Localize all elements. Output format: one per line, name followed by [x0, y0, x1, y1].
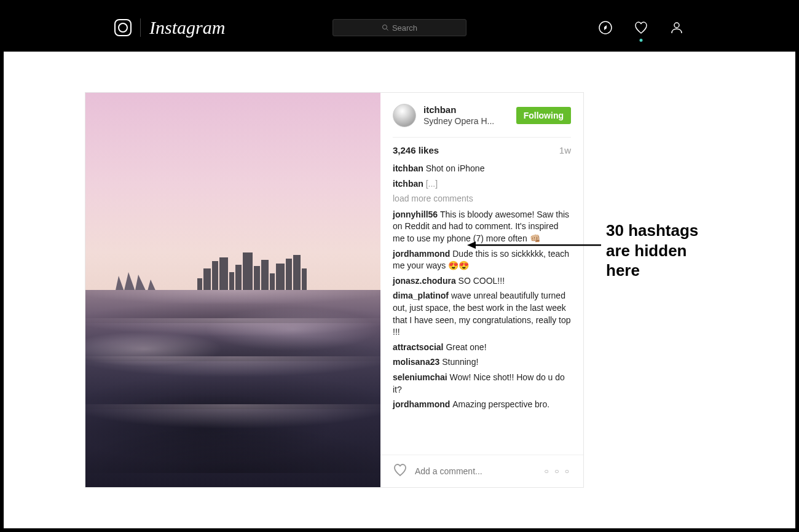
brand-wordmark: Instagram — [149, 17, 225, 38]
comment: jonasz.chodura SO COOL!!! — [393, 275, 571, 288]
location-label[interactable]: Sydney Opera H... — [423, 116, 516, 127]
post-header: itchban Sydney Opera H... Following — [380, 93, 583, 137]
nav-icons — [597, 20, 685, 36]
comment-text: Stunning! — [442, 357, 478, 367]
likes-count[interactable]: 3,246 likes — [393, 145, 439, 155]
avatar[interactable] — [393, 104, 416, 127]
hashtags-ellipsis[interactable]: [...] — [426, 179, 438, 189]
top-nav: Instagram Search — [4, 4, 795, 52]
comment-text: SO COOL!!! — [459, 276, 505, 286]
profile-icon[interactable] — [669, 20, 685, 36]
comment-username[interactable]: dima_platinof — [393, 291, 451, 300]
comment-input[interactable] — [415, 466, 537, 476]
annotation-text: 30 hashtags are hidden here — [606, 221, 698, 281]
svg-line-1 — [386, 29, 388, 31]
caption: itchban Shot on iPhone — [393, 163, 571, 175]
like-icon[interactable] — [393, 463, 407, 480]
comment-username[interactable]: molisana23 — [393, 357, 442, 367]
add-comment-row: ○ ○ ○ — [380, 455, 583, 487]
search-placeholder: Search — [392, 23, 417, 33]
post-sidebar: itchban Sydney Opera H... Following 3,24… — [380, 93, 583, 487]
activity-indicator-dot — [640, 39, 643, 42]
comment: jordhammond Dude this is so sickkkkk, te… — [393, 248, 571, 272]
comment: seleniumchai Wow! Nice shot!! How do u d… — [393, 372, 571, 396]
author-username[interactable]: itchban — [423, 104, 516, 116]
svg-point-0 — [382, 25, 387, 29]
content-area: itchban Sydney Opera H... Following 3,24… — [4, 52, 795, 528]
follow-button[interactable]: Following — [516, 107, 571, 124]
comments-list: itchban Shot on iPhone itchban [...] loa… — [380, 160, 583, 414]
comment: molisana23 Stunning! — [393, 356, 571, 369]
comment-username[interactable]: attractsocial — [393, 342, 446, 352]
logo-divider — [140, 18, 141, 37]
camera-icon — [114, 19, 132, 36]
comment-username[interactable]: jordhammond — [393, 399, 452, 409]
comment-text: Amazing perspective bro. — [452, 399, 549, 409]
hidden-hashtags-row: itchban [...] — [393, 178, 571, 190]
comment-username[interactable]: seleniumchai — [393, 372, 450, 382]
search-icon — [382, 24, 389, 31]
comment-username[interactable]: jonasz.chodura — [393, 276, 459, 286]
timestamp: 1w — [559, 145, 571, 155]
brand-logo[interactable]: Instagram — [114, 17, 225, 38]
comment-username[interactable]: jordhammond — [393, 249, 452, 259]
post-card: itchban Sydney Opera H... Following 3,24… — [85, 92, 584, 488]
comment: jonnyhill56 This is bloody awesome! Saw … — [393, 209, 571, 245]
search-input[interactable]: Search — [333, 19, 466, 36]
comment: attractsocial Great one! — [393, 342, 571, 354]
svg-point-4 — [674, 23, 679, 28]
comment-username[interactable]: jonnyhill56 — [393, 209, 440, 219]
comment: dima_platinof wave unreal beautifully tu… — [393, 290, 571, 338]
more-options-icon[interactable]: ○ ○ ○ — [545, 467, 571, 475]
activity-icon[interactable] — [633, 20, 649, 36]
post-image[interactable] — [85, 93, 380, 487]
comment: jordhammond Amazing perspective bro. — [393, 399, 571, 411]
page-frame: Instagram Search — [4, 4, 795, 528]
load-more-comments[interactable]: load more comments — [393, 193, 571, 205]
comment-text: Great one! — [446, 342, 486, 352]
explore-icon[interactable] — [597, 20, 613, 36]
svg-marker-3 — [604, 25, 607, 30]
